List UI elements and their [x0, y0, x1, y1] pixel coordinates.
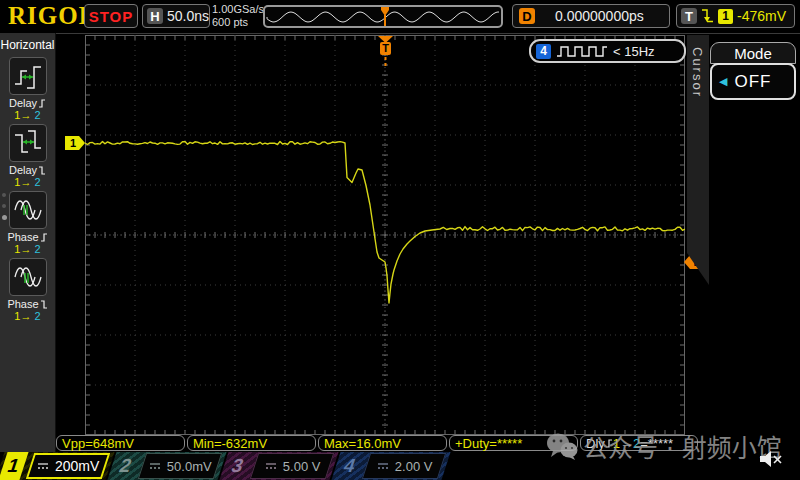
channel-1-scale: 200mV [55, 458, 99, 474]
menu-label: Phase [7, 298, 38, 310]
run-state-label: STOP [89, 8, 134, 25]
menu-label: Phase [7, 231, 38, 243]
frequency-value: < 15Hz [613, 44, 655, 59]
channel-3-control[interactable]: 3 5.00 V [224, 452, 334, 480]
preview-trigger-marker [381, 7, 389, 26]
svg-text:T: T [382, 42, 389, 54]
menu-label: Delay [9, 164, 37, 176]
dc-coupling-icon [148, 461, 162, 471]
delay-icon: D [519, 8, 535, 24]
preview-waveform-icon [265, 7, 501, 26]
sidebar-item-delay-falling[interactable]: Delay 1→ 2 [0, 124, 55, 188]
channel-2-scale-box: 50.0mV [138, 453, 222, 479]
channel-4-badge: 4 [536, 44, 551, 59]
measurement-vpp[interactable]: Vpp=648mV [56, 435, 185, 451]
menu-label: Delay [9, 97, 37, 109]
sample-rate: 1.00GSa/s [212, 3, 264, 16]
phase-rising-icon [12, 194, 44, 226]
channel-4-scale: 2.00 V [395, 459, 433, 474]
channel-1-scale-box: 200mV [26, 453, 110, 479]
dc-coupling-icon [264, 461, 278, 471]
falling-edge-icon [701, 8, 714, 24]
channel-4-scale-box: 2.00 V [362, 453, 446, 479]
mode-menu-header: Mode [710, 42, 796, 64]
channel-1-control[interactable]: 1 200mV [0, 452, 110, 480]
delay-rising-icon [12, 60, 44, 92]
trigger-icon: T [681, 8, 697, 24]
cursor-menu-panel: Mode ◀ OFF [709, 35, 800, 452]
acquisition-info: 1.00GSa/s 600 pts [212, 3, 264, 29]
top-status-bar: RIGOL STOP H 50.0ns 1.00GSa/s 600 pts D … [0, 0, 800, 34]
oscilloscope-screen: RIGOL STOP H 50.0ns 1.00GSa/s 600 pts D … [0, 0, 800, 480]
rising-edge-icon [605, 438, 613, 449]
ch1-position-marker[interactable]: 1 [65, 135, 86, 151]
sidebar-title: Horizontal [0, 33, 55, 52]
chevron-left-icon: ◀ [719, 75, 727, 88]
delay-value: 0.00000000ps [555, 8, 644, 24]
sidebar-item-delay-rising[interactable]: Delay 1→ 2 [0, 57, 55, 121]
sidebar-item-phase-falling[interactable]: Phase 1→ 2 [0, 258, 55, 322]
menu-page-indicator [2, 193, 7, 220]
cursor-mode-value: OFF [735, 72, 772, 92]
channel-4-control[interactable]: 4 2.00 V [336, 452, 446, 480]
cursor-tab-label: Cursor [690, 47, 705, 98]
cursor-mode-button[interactable]: ◀ OFF [710, 63, 796, 100]
trigger-status[interactable]: T 1 -476mV [676, 4, 795, 28]
trigger-source-badge: 1 [718, 9, 733, 24]
mode-title: Mode [734, 45, 772, 62]
dc-coupling-icon [376, 461, 390, 471]
channel-3-scale: 5.00 V [283, 459, 321, 474]
timebase-control[interactable]: H 50.0ns [142, 4, 210, 28]
waveform-memory-strip[interactable] [263, 5, 503, 28]
svg-text:1: 1 [70, 137, 76, 149]
measurement-delay[interactable]: Dly 1→2=***** [580, 435, 698, 451]
horizontal-icon: H [147, 8, 163, 24]
horizontal-menu-sidebar: Horizontal Delay 1→ 2 [0, 33, 56, 452]
channel-3-scale-box: 5.00 V [250, 453, 334, 479]
frequency-counter: 4 < 15Hz [529, 39, 686, 63]
graticule [85, 35, 685, 435]
trigger-level-value: -476mV [737, 8, 786, 24]
falling-edge-icon [38, 165, 46, 176]
square-wave-icon [556, 44, 608, 58]
trigger-position-marker[interactable]: T [377, 35, 394, 69]
channel-2-scale: 50.0mV [167, 459, 212, 474]
falling-edge-icon [40, 299, 48, 310]
memory-depth: 600 pts [212, 16, 264, 29]
cursor-menu-tab[interactable]: Cursor [687, 35, 709, 285]
rising-edge-icon [38, 98, 46, 109]
run-stop-status[interactable]: STOP [84, 4, 138, 28]
measurement-min[interactable]: Min=-632mV [187, 435, 316, 451]
measurement-pduty[interactable]: +Duty=***** [449, 435, 578, 451]
rising-edge-icon [40, 232, 48, 243]
delay-falling-icon [12, 127, 44, 159]
phase-falling-icon [12, 261, 44, 293]
measurement-max[interactable]: Max=16.0mV [318, 435, 447, 451]
speaker-muted-icon[interactable] [758, 449, 784, 469]
channel-2-control[interactable]: 2 50.0mV [112, 452, 222, 480]
dc-coupling-icon [36, 461, 50, 471]
timebase-value: 50.0ns [167, 8, 209, 24]
horizontal-delay-control[interactable]: D 0.00000000ps [512, 4, 670, 28]
sidebar-item-phase-rising[interactable]: Phase 1→ 2 [0, 191, 55, 255]
